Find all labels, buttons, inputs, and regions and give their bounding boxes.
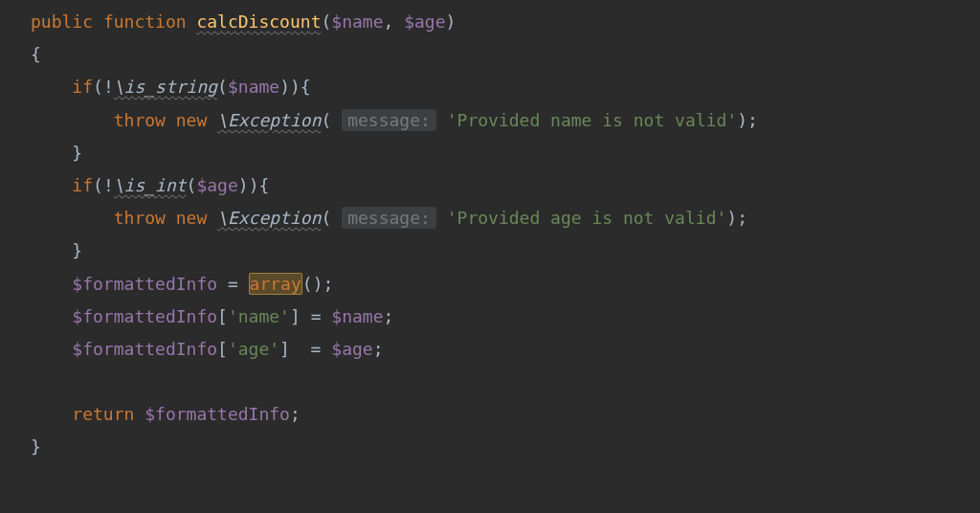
punct: ; [373,339,384,359]
param-age: $age [404,11,445,32]
array-key-name: 'name' [228,306,290,326]
function-name: calcDiscount [196,11,321,32]
string-age-error: 'Provided age is not valid' [447,208,727,228]
punct: )){ [279,77,311,97]
punct: )){ [238,175,270,195]
punct: (! [93,175,114,195]
var-formatted: $formattedInfo [72,339,217,359]
punct: ] = [290,306,331,326]
brace-close: } [72,143,82,163]
keyword-new: new [176,110,208,130]
brace-close: } [72,240,82,260]
string-name-error: 'Provided name is not valid' [447,110,737,130]
class-exception: \Exception [217,110,321,130]
param-name: $name [331,11,383,32]
punct: ( [187,175,197,195]
keyword-array-highlighted: array [249,273,302,295]
punct: ); [737,110,758,130]
punct: [ [217,306,228,326]
var-name: $name [331,306,383,326]
punct: ; [290,404,301,424]
call-is-string: \is_string [114,77,217,97]
var-age: $age [331,339,372,359]
punct: , [384,11,405,32]
class-exception: \Exception [217,208,321,228]
punct: ( [321,110,342,130]
var-formatted: $formattedInfo [145,404,290,424]
punct: [ [217,339,228,359]
punct: ( [321,208,342,228]
punct: ] = [279,339,331,359]
var-age: $age [196,175,237,195]
var-formatted: $formattedInfo [72,274,217,294]
punct: (! [93,77,114,97]
keyword-new: new [176,208,208,228]
keyword-throw: throw [114,110,166,130]
var-name: $name [228,77,279,97]
punct: ) [446,11,457,32]
call-is-int: \is_int [114,175,187,195]
var-formatted: $formattedInfo [72,306,217,326]
keyword-throw: throw [114,208,166,228]
brace-open: { [31,44,41,64]
inlay-hint-message: message: [342,109,436,131]
keyword-return: return [72,404,134,424]
punct: ; [384,306,394,326]
keyword-public: public [31,11,93,32]
punct: ); [726,208,747,228]
code-editor[interactable]: public function calcDiscount($name, $age… [0,0,980,464]
keyword-if: if [72,77,93,97]
punct: ( [217,77,228,97]
punct: ( [321,11,331,32]
punct: = [228,274,249,294]
inlay-hint-message: message: [342,207,436,229]
brace-close: } [31,436,41,457]
array-key-age: 'age' [228,339,279,359]
keyword-function: function [103,11,187,32]
keyword-if: if [72,175,93,195]
punct: (); [302,274,334,294]
